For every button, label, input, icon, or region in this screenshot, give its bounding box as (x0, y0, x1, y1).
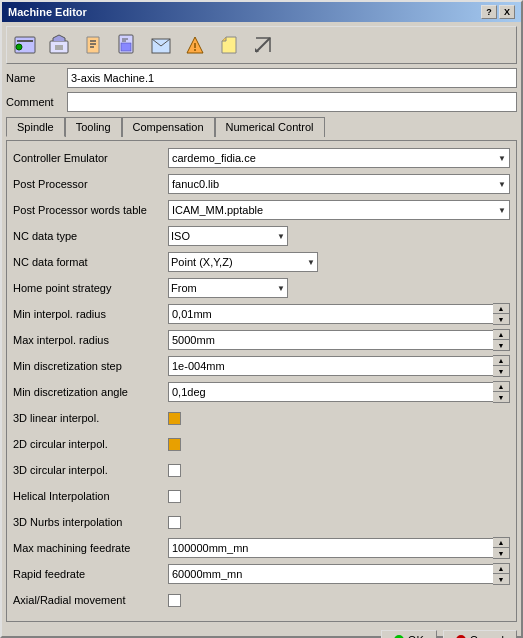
rapid-feedrate-down[interactable]: ▼ (493, 574, 509, 584)
post-processor-label: Post Processor (13, 178, 168, 190)
nc-data-type-dropdown[interactable]: ISO ▼ (168, 226, 288, 246)
toolbar-btn-6[interactable] (179, 29, 211, 61)
max-interpol-radius-input[interactable] (168, 330, 493, 350)
rapid-feedrate-spinner: ▲ ▼ (168, 563, 510, 585)
max-interpol-radius-up[interactable]: ▲ (493, 330, 509, 340)
min-interpol-radius-arrows: ▲ ▼ (493, 303, 510, 325)
circular-interpol-3d-row: 3D circular interpol. (13, 459, 510, 481)
nc-data-format-row: NC data format Point (X,Y,Z) ▼ (13, 251, 510, 273)
controller-emulator-dropdown[interactable]: cardemo_fidia.ce ▼ (168, 148, 510, 168)
name-input[interactable] (67, 68, 517, 88)
pp-words-table-label: Post Processor words table (13, 204, 168, 216)
controller-emulator-value: cardemo_fidia.ce (172, 152, 256, 164)
svg-point-2 (16, 44, 22, 50)
home-point-strategy-arrow: ▼ (277, 284, 285, 293)
min-disc-step-arrows: ▲ ▼ (493, 355, 510, 377)
linear-interpol-3d-control (168, 412, 510, 425)
circular-interpol-2d-checkbox[interactable] (168, 438, 181, 451)
helical-interpolation-checkbox[interactable] (168, 490, 181, 503)
max-feedrate-arrows: ▲ ▼ (493, 537, 510, 559)
comment-input[interactable] (67, 92, 517, 112)
nc-data-type-control: ISO ▼ (168, 226, 510, 246)
post-processor-dropdown[interactable]: fanuc0.lib ▼ (168, 174, 510, 194)
rapid-feedrate-up[interactable]: ▲ (493, 564, 509, 574)
nurbs-interpolation-row: 3D Nurbs interpolation (13, 511, 510, 533)
min-disc-angle-input[interactable] (168, 382, 493, 402)
max-interpol-radius-control: ▲ ▼ (168, 329, 510, 351)
min-disc-step-label: Min discretization step (13, 360, 168, 372)
home-point-strategy-dropdown[interactable]: From ▼ (168, 278, 288, 298)
post-processor-row: Post Processor fanuc0.lib ▼ (13, 173, 510, 195)
nc-data-type-label: NC data type (13, 230, 168, 242)
min-disc-angle-down[interactable]: ▼ (493, 392, 509, 402)
home-point-strategy-control: From ▼ (168, 278, 510, 298)
max-feedrate-up[interactable]: ▲ (493, 538, 509, 548)
controller-emulator-label: Controller Emulator (13, 152, 168, 164)
rapid-feedrate-arrows: ▲ ▼ (493, 563, 510, 585)
min-disc-angle-up[interactable]: ▲ (493, 382, 509, 392)
helical-interpolation-control (168, 490, 510, 503)
linear-interpol-3d-checkbox[interactable] (168, 412, 181, 425)
tab-spindle[interactable]: Spindle (6, 117, 65, 137)
svg-rect-4 (55, 45, 63, 50)
axial-radial-row: Axial/Radial movement (13, 589, 510, 611)
toolbar (6, 26, 517, 64)
min-disc-step-spinner: ▲ ▼ (168, 355, 510, 377)
toolbar-btn-2[interactable] (43, 29, 75, 61)
axial-radial-label: Axial/Radial movement (13, 594, 168, 606)
axial-radial-control (168, 594, 510, 607)
toolbar-btn-3[interactable] (77, 29, 109, 61)
svg-rect-6 (121, 43, 131, 51)
tab-compensation[interactable]: Compensation (122, 117, 215, 137)
tab-tooling[interactable]: Tooling (65, 117, 122, 137)
min-disc-step-up[interactable]: ▲ (493, 356, 509, 366)
min-interpol-radius-up[interactable]: ▲ (493, 304, 509, 314)
rapid-feedrate-control: ▲ ▼ (168, 563, 510, 585)
max-feedrate-input[interactable] (168, 538, 493, 558)
nurbs-interpolation-checkbox[interactable] (168, 516, 181, 529)
home-point-strategy-label: Home point strategy (13, 282, 168, 294)
name-label: Name (6, 72, 61, 84)
min-interpol-radius-row: Min interpol. radius ▲ ▼ (13, 303, 510, 325)
tab-numerical-control[interactable]: Numerical Control (215, 117, 325, 137)
toolbar-btn-5[interactable] (145, 29, 177, 61)
machine-editor-window: Machine Editor ? X (0, 0, 523, 638)
pp-words-table-value: ICAM_MM.pptable (172, 204, 263, 216)
toolbar-btn-7[interactable] (213, 29, 245, 61)
toolbar-btn-1[interactable] (9, 29, 41, 61)
max-interpol-radius-label: Max interpol. radius (13, 334, 168, 346)
ok-label: OK (408, 634, 424, 638)
main-content: Name Comment Spindle Tooling Compensatio… (2, 22, 521, 626)
rapid-feedrate-row: Rapid feedrate ▲ ▼ (13, 563, 510, 585)
min-disc-angle-label: Min discretization angle (13, 386, 168, 398)
circular-interpol-2d-label: 2D circular interpol. (13, 438, 168, 450)
nurbs-interpolation-control (168, 516, 510, 529)
pp-words-table-dropdown[interactable]: ICAM_MM.pptable ▼ (168, 200, 510, 220)
rapid-feedrate-input[interactable] (168, 564, 493, 584)
name-row: Name (6, 68, 517, 88)
controller-emulator-arrow: ▼ (498, 154, 506, 163)
min-interpol-radius-down[interactable]: ▼ (493, 314, 509, 324)
cancel-label: Cancel (470, 634, 504, 638)
nc-data-type-arrow: ▼ (277, 232, 285, 241)
toolbar-btn-4[interactable] (111, 29, 143, 61)
circular-interpol-3d-checkbox[interactable] (168, 464, 181, 477)
toolbar-btn-8[interactable] (247, 29, 279, 61)
min-disc-step-input[interactable] (168, 356, 493, 376)
max-interpol-radius-down[interactable]: ▼ (493, 340, 509, 350)
close-button[interactable]: X (499, 5, 515, 19)
min-disc-step-down[interactable]: ▼ (493, 366, 509, 376)
nc-data-format-control: Point (X,Y,Z) ▼ (168, 252, 510, 272)
post-processor-arrow: ▼ (498, 180, 506, 189)
pp-words-table-row: Post Processor words table ICAM_MM.pptab… (13, 199, 510, 221)
linear-interpol-3d-row: 3D linear interpol. (13, 407, 510, 429)
nc-data-format-dropdown[interactable]: Point (X,Y,Z) ▼ (168, 252, 318, 272)
max-feedrate-down[interactable]: ▼ (493, 548, 509, 558)
cancel-button[interactable]: Cancel (443, 630, 517, 638)
help-button[interactable]: ? (481, 5, 497, 19)
min-interpol-radius-input[interactable] (168, 304, 493, 324)
axial-radial-checkbox[interactable] (168, 594, 181, 607)
post-processor-value: fanuc0.lib (172, 178, 219, 190)
ok-button[interactable]: OK (381, 630, 437, 638)
max-interpol-radius-spinner: ▲ ▼ (168, 329, 510, 351)
